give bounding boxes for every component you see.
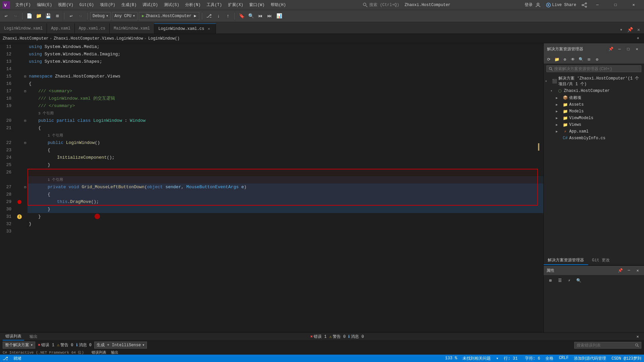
platform-dropdown[interactable]: Any CPU ▾ xyxy=(112,12,138,20)
breadcrumb-project[interactable]: Zhaoxi.HostComputer xyxy=(3,36,49,41)
menu-view[interactable]: 视图(V) xyxy=(55,1,76,8)
tree-models[interactable]: ▶ 📁 Models xyxy=(544,108,644,115)
minimize-button[interactable]: ─ xyxy=(590,0,605,10)
tree-expand-app-xaml[interactable]: ▶ xyxy=(556,130,561,134)
sol-folder-button[interactable]: 📁 xyxy=(553,56,560,63)
expand-breadcrumb-button[interactable]: + xyxy=(635,35,641,42)
output-tab-link[interactable]: 输出 xyxy=(111,351,118,355)
menu-window[interactable]: 窗口(W) xyxy=(247,1,267,8)
debug-next-button[interactable]: ⏭ xyxy=(266,12,274,20)
tree-solution-root[interactable]: ▾ ⬛ 解决方案 'Zhaoxi.HostComputer'(1 个项目/共 1… xyxy=(544,75,644,88)
start-label[interactable]: ▶ Zhaoxi.HostComputer ▶ xyxy=(139,12,199,20)
prop-search-button[interactable]: 🔍 xyxy=(575,276,583,285)
warning-filter-badge[interactable]: ⚠ 警告 0 xyxy=(57,342,73,348)
run-button[interactable]: ▶ Zhaoxi.HostComputer ▶ xyxy=(139,12,199,20)
live-share-button[interactable]: Live Share xyxy=(543,2,579,8)
csdn-label[interactable]: CSDN @123梦到 xyxy=(611,356,641,361)
tab-mainwindow-xaml[interactable]: MainWindow.xaml xyxy=(110,23,154,34)
prop-sort-button[interactable]: ⊞ xyxy=(546,276,554,285)
undo-button[interactable]: ↩ xyxy=(67,12,75,20)
login-label[interactable]: 登录 xyxy=(525,2,533,8)
code-content[interactable]: using System.Windows.Media; using System… xyxy=(28,43,543,332)
bookmark-button[interactable]: 🔖 xyxy=(237,12,246,20)
error-search-input[interactable] xyxy=(577,343,634,348)
menu-extensions[interactable]: 扩展(X) xyxy=(225,1,246,8)
solution-search-input[interactable] xyxy=(554,66,639,71)
sol-view-button[interactable]: 👁 xyxy=(569,56,577,63)
pin-button[interactable]: 📌 xyxy=(626,25,634,34)
tab-app-xaml[interactable]: App.xaml xyxy=(47,23,75,34)
tree-dependencies[interactable]: ▶ 📦 依赖项 xyxy=(544,94,644,101)
fold-22[interactable]: ⊟ xyxy=(23,141,28,145)
find-button[interactable]: 🔍 xyxy=(247,12,255,20)
sidebar-maximize-button[interactable]: □ xyxy=(625,46,632,53)
tree-views[interactable]: ▶ 📁 Views xyxy=(544,121,644,128)
sol-sync-button[interactable]: ⟳ xyxy=(545,56,552,63)
menu-help[interactable]: 帮助(H) xyxy=(268,1,289,8)
error-list-tab[interactable]: 错误列表 xyxy=(3,333,24,341)
solution-search-box[interactable] xyxy=(546,65,641,72)
tree-expand-models[interactable]: ▶ xyxy=(556,109,561,113)
error-panel-close-button[interactable]: ✕ xyxy=(634,333,641,341)
open-button[interactable]: 📁 xyxy=(35,12,43,20)
sidebar-pin-button[interactable]: 📌 xyxy=(607,46,614,53)
save-all-button[interactable]: ⊞ xyxy=(53,12,61,20)
menu-project[interactable]: 项目(P) xyxy=(97,1,118,8)
tab-loginwindow-xaml[interactable]: LoginWindow.xaml xyxy=(0,23,47,34)
menu-build[interactable]: 生成(B) xyxy=(119,1,140,8)
menu-edit[interactable]: 编辑(E) xyxy=(34,1,55,8)
fold-27[interactable]: ⊟ xyxy=(23,185,28,189)
close-button[interactable]: ✕ xyxy=(626,0,641,10)
menu-debug[interactable]: 调试(D) xyxy=(140,1,161,8)
breadcrumb-namespace[interactable]: Zhaoxi.HostComputer.Views.LoginWindow xyxy=(54,36,143,41)
debug-config-dropdown[interactable]: Debug ▾ xyxy=(90,12,111,20)
menu-file[interactable]: 文件(F) xyxy=(13,1,34,8)
tab-solution-explorer[interactable]: 解决方案资源管理器 xyxy=(544,256,588,265)
new-project-button[interactable]: 📄 xyxy=(25,12,33,20)
menu-git[interactable]: Git(G) xyxy=(77,2,97,8)
tree-viewmodels[interactable]: ▶ 📁 ViewModels xyxy=(544,115,644,121)
redo-button[interactable]: ↪ xyxy=(76,12,85,20)
add-to-source-label[interactable]: 添加到源代码管理 xyxy=(574,356,606,361)
scope-dropdown[interactable]: 整个解决方案 ▾ xyxy=(3,342,35,349)
code-editor[interactable]: 11 12 13 14 15 16 17 18 19 20 21 22 23 2… xyxy=(0,43,543,332)
sol-search-button[interactable]: 🔍 xyxy=(577,56,585,63)
prop-minimize-button[interactable]: ─ xyxy=(625,267,633,274)
forward-button[interactable]: ↪ xyxy=(11,12,19,20)
fold-17[interactable]: ⊟ xyxy=(23,89,28,93)
tree-expand-viewmodels[interactable]: ▶ xyxy=(556,116,561,120)
close-all-button[interactable]: ✕ xyxy=(635,25,643,34)
tree-expand-solution[interactable]: ▾ xyxy=(545,79,550,83)
prop-event-button[interactable]: ⚡ xyxy=(565,276,573,285)
tree-expand-project[interactable]: ▾ xyxy=(550,89,556,93)
git-button[interactable]: ⎇ xyxy=(205,12,213,20)
build-intellisense-button[interactable]: 生成 + IntelliSense ▾ xyxy=(94,342,147,349)
tree-expand-views[interactable]: ▶ xyxy=(556,123,561,127)
tree-project[interactable]: ▾ ⬡ Zhaoxi.HostComputer xyxy=(544,88,644,94)
tab-loginwindow-xaml-cs[interactable]: LoginWindow.xaml.cs ✕ xyxy=(154,23,216,34)
back-button[interactable]: ↩ xyxy=(2,12,10,20)
fold-20[interactable]: ⊟ xyxy=(23,119,28,123)
error-filter-badge[interactable]: ✖ 错误 1 xyxy=(38,342,54,348)
pull-button[interactable]: ↓ xyxy=(214,12,222,20)
save-button[interactable]: 💾 xyxy=(44,12,52,20)
performance-button[interactable]: 📊 xyxy=(275,12,283,20)
title-search[interactable]: 搜索 (Ctrl+Q) xyxy=(369,2,399,8)
prop-close-button[interactable]: ✕ xyxy=(634,267,641,274)
menu-tools[interactable]: 工具(T) xyxy=(204,1,225,8)
sol-filter-button[interactable]: ⚙ xyxy=(561,56,569,63)
errors-tab-link[interactable]: 错误列表 xyxy=(92,351,106,355)
error-search-box[interactable] xyxy=(574,342,641,349)
debug-prev-button[interactable]: ⏮ xyxy=(256,12,264,20)
tree-expand-assets[interactable]: ▶ xyxy=(556,103,561,107)
tree-assemblyinfo[interactable]: ▶ C# AssemblyInfo.cs xyxy=(544,135,644,142)
menu-analyze[interactable]: 分析(N) xyxy=(182,1,203,8)
info-filter-badge[interactable]: ℹ 消息 0 xyxy=(76,342,92,348)
breadcrumb-method[interactable]: LoginWindow() xyxy=(148,36,180,41)
sol-settings-button[interactable]: ⚙ xyxy=(593,56,601,63)
sol-collapse-button[interactable]: ⊟ xyxy=(585,56,593,63)
tab-git-changes[interactable]: Git 更改 xyxy=(588,256,614,265)
sidebar-minimize-button[interactable]: ─ xyxy=(616,46,623,53)
fold-15[interactable]: ⊟ xyxy=(23,74,28,79)
prop-category-button[interactable]: ☰ xyxy=(556,276,564,285)
